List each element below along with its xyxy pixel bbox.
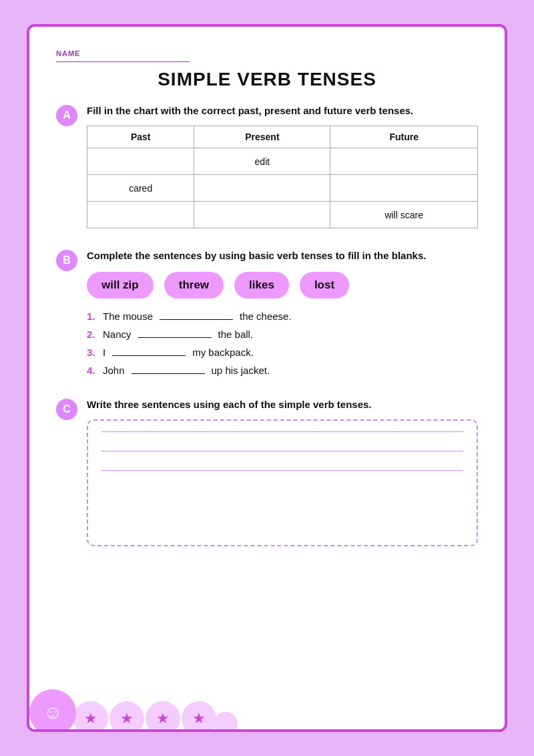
cell-present-1: edit: [194, 148, 330, 175]
section-a-content: Fill in the chart with the correct past,…: [87, 104, 478, 234]
blank-2[interactable]: [138, 337, 212, 338]
star-icon-2: ★: [109, 701, 144, 732]
chip-threw: threw: [164, 272, 224, 299]
section-c-label: C: [56, 399, 77, 420]
section-a-label: A: [56, 105, 77, 126]
word-chips: will zip threw likes lost: [87, 272, 478, 299]
col-past: Past: [87, 126, 194, 148]
section-c-instruction: Write three sentences using each of the …: [87, 397, 478, 411]
sentence-number: 2.: [87, 329, 99, 340]
name-line: [56, 61, 190, 62]
sentence-text-before: John: [103, 365, 125, 376]
section-a-instruction: Fill in the chart with the correct past,…: [87, 104, 478, 118]
list-item: 4. John up his jacket.: [87, 365, 478, 376]
blank-3[interactable]: [112, 355, 186, 356]
chip-lost: lost: [300, 272, 349, 299]
worksheet: NAME SIMPLE VERB TENSES A Fill in the ch…: [27, 24, 507, 732]
bottom-decoration: ☺ ★ ★ ★ ★: [29, 689, 238, 732]
chip-will-zip: will zip: [87, 272, 154, 299]
name-section: NAME: [56, 47, 478, 62]
col-future: Future: [330, 126, 478, 148]
sentences-list: 1. The mouse the cheese. 2. Nancy the ba…: [87, 311, 478, 376]
sentence-text-after: the ball.: [218, 329, 254, 340]
writing-line-1: [101, 431, 463, 432]
list-item: 2. Nancy the ball.: [87, 329, 478, 340]
page-title: SIMPLE VERB TENSES: [56, 69, 478, 90]
star-icon-4: ★: [182, 701, 216, 732]
smiley-icon: ☺: [29, 689, 76, 732]
name-label: NAME: [56, 49, 80, 57]
writing-area[interactable]: [87, 419, 478, 546]
writing-line-3: [101, 470, 463, 471]
sentence-number: 3.: [87, 347, 99, 358]
cell-future-2: [330, 175, 478, 202]
sentence-number: 4.: [87, 365, 99, 376]
sentence-number: 1.: [87, 311, 99, 322]
section-b: B Complete the sentences by using basic …: [56, 248, 478, 383]
sentence-text-after: the cheese.: [240, 311, 292, 322]
cell-future-1: [330, 148, 478, 175]
deco-stars: ★ ★ ★ ★: [73, 701, 238, 732]
verb-tense-table: Past Present Future edit cared: [87, 126, 478, 228]
blank-4[interactable]: [131, 373, 205, 374]
table-row: edit: [87, 148, 478, 175]
table-row: cared: [87, 175, 478, 202]
chip-likes: likes: [234, 272, 289, 299]
section-c: C Write three sentences using each of th…: [56, 397, 478, 546]
sentence-text-after: up his jacket.: [212, 365, 270, 376]
cell-present-3: [194, 202, 330, 228]
sentence-text-before: I: [103, 347, 105, 358]
section-b-content: Complete the sentences by using basic ve…: [87, 248, 478, 383]
cell-past-1: [87, 148, 194, 175]
cell-past-2: cared: [87, 175, 194, 202]
cell-future-3: will scare: [330, 202, 478, 228]
cell-past-3: [87, 202, 194, 228]
section-b-instruction: Complete the sentences by using basic ve…: [87, 248, 478, 262]
star-icon-1: ★: [73, 701, 108, 732]
section-b-label: B: [56, 250, 77, 271]
sentence-text-after: my backpack.: [192, 347, 254, 358]
sentence-text-before: The mouse: [103, 311, 153, 322]
section-a: A Fill in the chart with the correct pas…: [56, 104, 478, 234]
col-present: Present: [194, 126, 330, 148]
sentence-text-before: Nancy: [103, 329, 131, 340]
blank-1[interactable]: [160, 319, 233, 320]
deco-circle-sm: [214, 712, 238, 732]
writing-line-2: [101, 451, 463, 451]
star-icon-3: ★: [146, 701, 180, 732]
table-row: will scare: [87, 202, 478, 228]
section-c-content: Write three sentences using each of the …: [87, 397, 478, 546]
list-item: 1. The mouse the cheese.: [87, 311, 478, 322]
cell-present-2: [194, 175, 330, 202]
list-item: 3. I my backpack.: [87, 347, 478, 358]
